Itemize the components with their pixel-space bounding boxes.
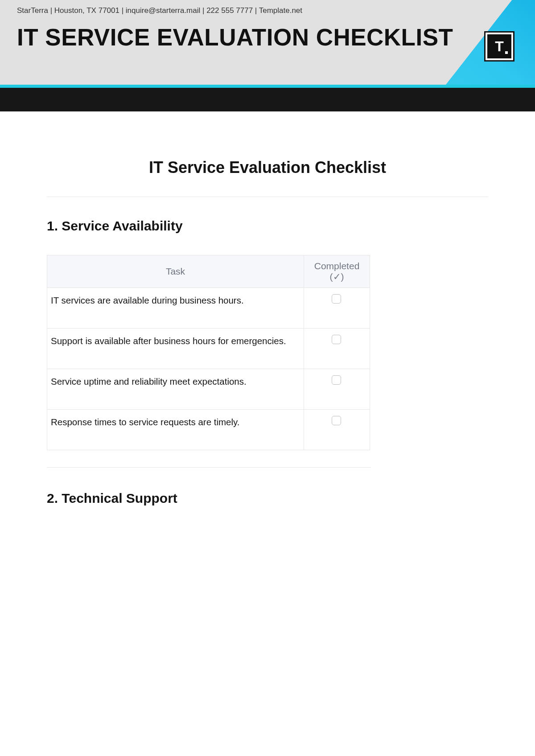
table-row: Service uptime and reliability meet expe… <box>47 369 370 410</box>
teal-divider <box>0 85 535 88</box>
column-header-task: Task <box>47 255 304 288</box>
table-row: Response times to service requests are t… <box>47 410 370 450</box>
checkbox[interactable] <box>332 294 341 304</box>
table-row: IT services are available during busines… <box>47 288 370 329</box>
logo-box: T <box>484 31 514 62</box>
section-1-heading: 1. Service Availability <box>47 218 488 234</box>
logo-letter: T <box>487 34 511 58</box>
title-divider <box>47 197 488 197</box>
checkbox-cell <box>304 410 370 450</box>
banner-title: IT SERVICE EVALUATION CHECKLIST <box>0 15 535 50</box>
banner-meta-text: StarTerra | Houston, TX 77001 | inquire@… <box>0 0 535 15</box>
checkbox[interactable] <box>332 416 341 425</box>
section-2-heading: 2. Technical Support <box>47 491 488 506</box>
table-row: Support is available after business hour… <box>47 329 370 369</box>
checklist-table-1: Task Completed (✓) IT services are avail… <box>47 255 370 450</box>
checkbox[interactable] <box>332 375 341 385</box>
document-banner: StarTerra | Houston, TX 77001 | inquire@… <box>0 0 535 85</box>
document-content: IT Service Evaluation Checklist 1. Servi… <box>0 111 535 506</box>
task-cell: IT services are available during busines… <box>47 288 304 329</box>
checkbox-cell <box>304 329 370 369</box>
checkbox[interactable] <box>332 335 341 344</box>
task-cell: Service uptime and reliability meet expe… <box>47 369 304 410</box>
black-bar <box>0 88 535 111</box>
checkbox-cell <box>304 288 370 329</box>
checkbox-cell <box>304 369 370 410</box>
task-cell: Support is available after business hour… <box>47 329 304 369</box>
column-header-completed: Completed (✓) <box>304 255 370 288</box>
task-cell: Response times to service requests are t… <box>47 410 304 450</box>
section-divider <box>47 467 371 468</box>
document-title: IT Service Evaluation Checklist <box>47 158 488 177</box>
